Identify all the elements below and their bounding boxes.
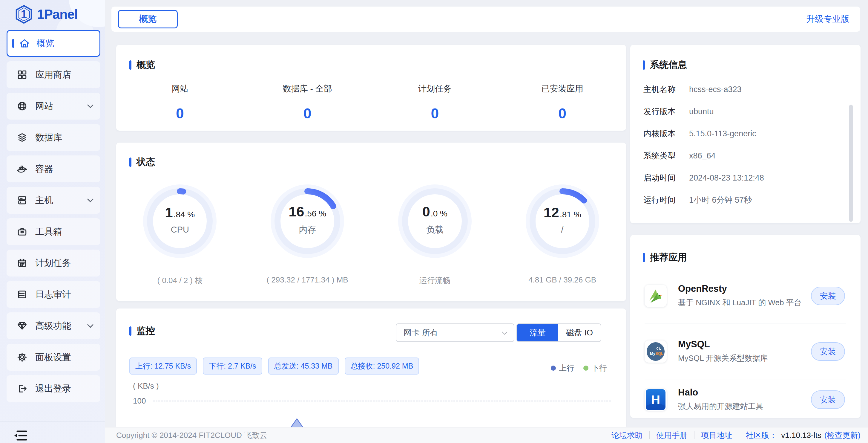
active-indicator-bar — [12, 39, 14, 48]
sidebar-item-label: 应用商店 — [35, 69, 71, 81]
app-row-mysql: My SQL MySQL MySQL 开源关系型数据库 安装 — [630, 323, 861, 380]
divider — [649, 431, 650, 439]
divider — [694, 431, 694, 439]
check-update-link[interactable]: (检查更新) — [825, 430, 861, 441]
docker-whale-icon — [17, 164, 28, 174]
project-link[interactable]: 项目地址 — [701, 430, 732, 441]
sidebar-item-overview[interactable]: 概览 — [7, 30, 100, 57]
monitor-card-title: 监控 — [129, 325, 155, 337]
stat-installed-apps[interactable]: 已安装应用 0 — [498, 83, 626, 122]
monitor-mode-toggle: 流量 磁盘 IO — [517, 323, 601, 342]
scrollbar-thumb[interactable] — [849, 105, 853, 222]
monitor-card: 监控 网卡 所有 流量 磁盘 IO 上行: 12.75 KB/s 下行: 2.7… — [116, 308, 626, 427]
network-interface-select[interactable]: 网卡 所有 — [396, 323, 514, 342]
dashed-gridline — [153, 401, 611, 402]
manual-link[interactable]: 使用手册 — [656, 430, 687, 441]
gauge-row: 1.84 % CPU ( 0.04 / 2 ) 核 16.56 % 内存 ( 2… — [116, 181, 626, 286]
sidebar-item-website[interactable]: 网站 — [7, 93, 100, 120]
recommended-apps-title: 推荐应用 — [643, 251, 687, 264]
traffic-spike-shape — [283, 418, 310, 427]
app-name: OpenResty — [678, 284, 806, 294]
install-mysql-button[interactable]: 安装 — [811, 342, 845, 361]
legend-down[interactable]: 下行 — [583, 363, 607, 373]
sidebar-item-cron[interactable]: 计划任务 — [7, 249, 100, 276]
app-description: 强大易用的开源建站工具 — [678, 401, 806, 412]
sidebar-item-label: 高级功能 — [35, 320, 71, 332]
globe-icon — [17, 101, 28, 112]
sidebar-item-app-store[interactable]: 应用商店 — [7, 61, 100, 88]
title-accent-bar — [129, 326, 131, 336]
footer-links: 论坛求助 使用手册 项目地址 社区版： v1.10.13-lts (检查更新) — [612, 430, 861, 441]
chart-gridline-100: 100 — [133, 396, 611, 406]
chart-y-axis-label: ( KB/s ) — [133, 381, 159, 391]
recommended-apps-card: 推荐应用 OpenResty 基于 NGINX 和 LuaJIT 的 Web 平… — [630, 235, 861, 418]
svg-text:My: My — [650, 351, 656, 356]
system-info-card: 系统信息 主机名称 hcss-ecs-a323 发行版本 ubuntu 内核版本… — [630, 45, 861, 223]
svg-text:SQL: SQL — [655, 351, 663, 356]
forum-help-link[interactable]: 论坛求助 — [612, 430, 643, 441]
system-info-rows: 主机名称 hcss-ecs-a323 发行版本 ubuntu 内核版本 5.15… — [630, 78, 861, 211]
home-icon — [19, 38, 30, 49]
sidebar-item-settings[interactable]: 面板设置 — [7, 344, 100, 371]
footer: Copyright © 2014-2024 FIT2CLOUD 飞致云 论坛求助… — [105, 427, 868, 443]
sidebar-item-container[interactable]: 容器 — [7, 155, 100, 182]
overview-card-title: 概览 — [129, 59, 155, 71]
sidebar-item-advanced[interactable]: 高级功能 — [7, 313, 100, 339]
app-name: Halo — [678, 387, 806, 398]
sidebar-item-label: 网站 — [35, 100, 53, 112]
sidebar-item-database[interactable]: 数据库 — [7, 124, 100, 151]
traffic-badges: 上行: 12.75 KB/s 下行: 2.7 KB/s 总发送: 45.33 M… — [129, 357, 419, 375]
app-row-halo: H Halo 强大易用的开源建站工具 安装 — [630, 380, 861, 418]
toolbox-icon — [17, 226, 28, 237]
gauge-disk: 12.81 % / 4.81 GB / 39.26 GB — [498, 181, 626, 286]
app-description: MySQL 开源关系型数据库 — [678, 353, 806, 364]
app-logo[interactable]: 1 1Panel — [15, 5, 78, 24]
stat-cronjobs[interactable]: 计划任务 0 — [371, 83, 499, 122]
1panel-dashboard: { "theme": { "primary": "#2563eb", "up_c… — [0, 0, 868, 443]
stat-websites[interactable]: 网站 0 — [116, 83, 244, 122]
install-openresty-button[interactable]: 安装 — [811, 287, 845, 305]
app-row-openresty: OpenResty 基于 NGINX 和 LuaJIT 的 Web 平台 安装 — [630, 269, 861, 323]
openresty-icon — [645, 285, 667, 307]
overview-stats: 网站 0 数据库 - 全部 0 计划任务 0 已安装应用 0 — [116, 83, 626, 122]
sidebar-item-label: 退出登录 — [35, 383, 71, 395]
version-text: v1.10.13-lts — [781, 431, 821, 440]
sidebar-menu: 概览 应用商店 网站 数据库 — [7, 30, 100, 407]
chevron-down-icon — [87, 321, 93, 328]
gear-icon — [17, 352, 28, 362]
copyright-text: Copyright © 2014-2024 FIT2CLOUD 飞致云 — [116, 430, 267, 441]
chevron-down-icon — [87, 196, 93, 202]
sidebar-item-label: 面板设置 — [35, 351, 71, 363]
log-list-icon — [17, 289, 28, 300]
sidebar-item-host[interactable]: 主机 — [7, 187, 100, 214]
svg-text:H: H — [651, 393, 660, 407]
status-card: 状态 1.84 % CPU ( 0.04 / 2 ) 核 — [116, 143, 626, 301]
sidebar-item-toolbox[interactable]: 工具箱 — [7, 218, 100, 245]
gem-icon — [17, 320, 28, 331]
server-icon — [17, 195, 28, 206]
logout-icon — [17, 383, 28, 394]
disk-io-tab[interactable]: 磁盘 IO — [558, 324, 601, 342]
app-logo-text: 1Panel — [37, 7, 78, 22]
tab-overview[interactable]: 概览 — [118, 10, 178, 28]
app-name: MySQL — [678, 339, 806, 350]
upgrade-pro-link[interactable]: 升级专业版 — [806, 7, 849, 32]
svg-text:1: 1 — [21, 8, 27, 20]
sidebar-item-logout[interactable]: 退出登录 — [7, 375, 100, 402]
title-accent-bar — [643, 60, 645, 70]
title-accent-bar — [643, 253, 645, 262]
chevron-down-icon — [502, 329, 507, 334]
sidebar-item-label: 日志审计 — [35, 289, 71, 301]
gauge-cpu: 1.84 % CPU ( 0.04 / 2 ) 核 — [116, 181, 244, 286]
traffic-tab[interactable]: 流量 — [517, 324, 558, 342]
legend-up[interactable]: 上行 — [551, 363, 575, 373]
sidebar-item-logs[interactable]: 日志审计 — [7, 281, 100, 308]
app-rows: OpenResty 基于 NGINX 和 LuaJIT 的 Web 平台 安装 … — [630, 269, 861, 418]
install-halo-button[interactable]: 安装 — [811, 390, 845, 409]
info-row-hostname: 主机名称 hcss-ecs-a323 — [630, 78, 861, 100]
chevron-down-icon — [87, 101, 93, 108]
1panel-logo-icon: 1 — [15, 5, 33, 24]
collapse-sidebar-icon[interactable] — [13, 429, 28, 442]
stat-databases[interactable]: 数据库 - 全部 0 — [244, 83, 371, 122]
legend-down-dot — [583, 365, 588, 371]
